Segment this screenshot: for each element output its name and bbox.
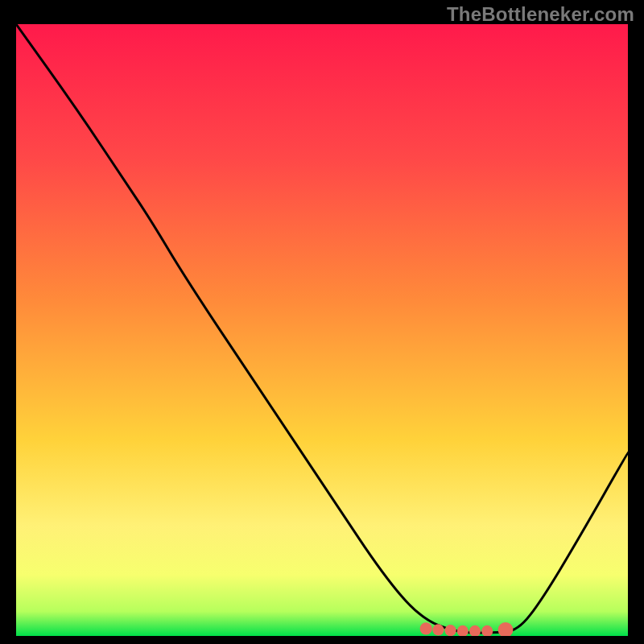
optimum-marker (432, 624, 444, 635)
optimum-marker (445, 625, 456, 636)
watermark-text: TheBottleneker.com (447, 3, 634, 26)
plot-area (16, 24, 628, 636)
chart-svg (16, 24, 628, 636)
optimum-marker (420, 622, 432, 634)
gradient-background (16, 24, 628, 636)
chart-stage: TheBottleneker.com (0, 0, 644, 644)
